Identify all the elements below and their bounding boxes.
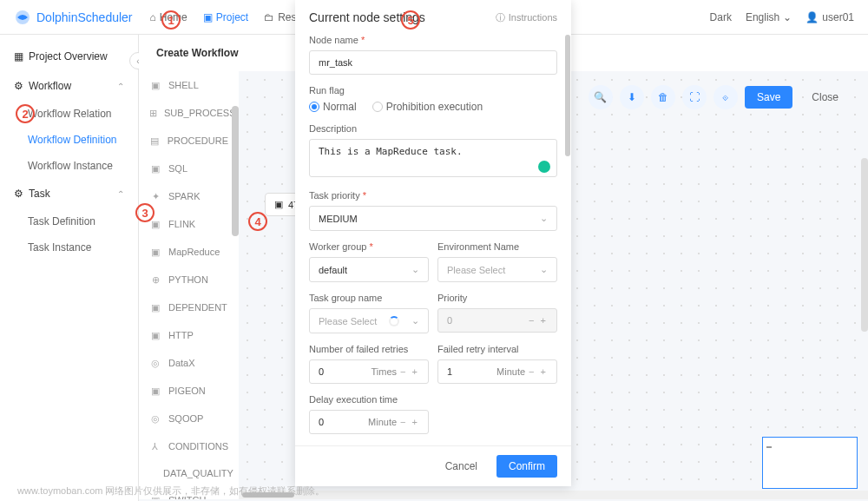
- retry-interval-input[interactable]: 1Minute− +: [437, 359, 557, 384]
- brand-text: DolphinScheduler: [36, 10, 133, 24]
- failed-retries-label: Number of failed retries: [309, 344, 429, 354]
- run-flag-normal[interactable]: Normal: [309, 101, 357, 113]
- delay-input[interactable]: 0Minute− +: [309, 410, 429, 434]
- task-type-datax[interactable]: ◎DataX: [139, 349, 239, 377]
- datax-icon: ◎: [149, 357, 161, 369]
- task-priority-label: Task priority: [309, 190, 557, 201]
- stepper-icon[interactable]: − +: [529, 366, 548, 377]
- env-name-label: Environment Name: [437, 241, 557, 252]
- home-icon: ⌂: [150, 11, 156, 23]
- sidebar-item-workflow-relation[interactable]: Workflow Relation: [0, 101, 138, 127]
- conditions-icon: ⅄: [149, 440, 161, 452]
- procedure-icon: ▤: [149, 135, 161, 147]
- task-type-http[interactable]: ▣HTTP: [139, 321, 239, 349]
- confirm-button[interactable]: Confirm: [496, 455, 557, 478]
- download-button[interactable]: ⬇: [620, 85, 644, 109]
- task-type-sqoop[interactable]: ◎SQOOP: [139, 405, 239, 432]
- sidebar-item-workflow[interactable]: ⚙Workflow: [0, 71, 138, 101]
- modal-footer: Cancel Confirm: [295, 445, 571, 486]
- canvas-scroll-h[interactable]: [239, 491, 868, 499]
- failed-retries-input[interactable]: 0Times− +: [309, 359, 429, 384]
- fullscreen-button[interactable]: ⛶: [682, 85, 707, 109]
- logo-icon: [14, 9, 31, 26]
- canvas-scroll-v[interactable]: [861, 158, 868, 332]
- loading-icon: [389, 316, 399, 326]
- format-button[interactable]: ⟐: [713, 85, 738, 109]
- task-type-sql[interactable]: ▣SQL: [139, 155, 239, 182]
- worker-group-select[interactable]: default: [309, 257, 429, 282]
- sidebar-item-overview[interactable]: ▦Project Overview: [0, 42, 138, 71]
- modal-scrollbar[interactable]: [564, 35, 571, 460]
- minimap[interactable]: [762, 437, 858, 489]
- run-flag-label: Run flag: [309, 85, 557, 96]
- sidebar: ‹ ▦Project Overview ⚙Workflow Workflow R…: [0, 35, 139, 501]
- lang-select[interactable]: English ⌄: [746, 11, 792, 23]
- stepper-icon[interactable]: − +: [400, 366, 419, 377]
- radio-dot-icon: [372, 102, 383, 112]
- sidebar-item-workflow-definition[interactable]: Workflow Definition: [0, 127, 138, 153]
- task-type-flink[interactable]: ▣FLINK: [139, 210, 239, 238]
- description-label: Description: [309, 123, 557, 134]
- node-settings-modal: Current node settings ⓘInstructions Node…: [295, 0, 571, 486]
- stepper-icon[interactable]: − +: [400, 417, 419, 427]
- task-list-scrollbar[interactable]: [232, 106, 239, 236]
- sqoop-icon: ◎: [149, 412, 161, 425]
- sql-icon: ▣: [149, 162, 161, 175]
- task-type-spark[interactable]: ✦SPARK: [139, 182, 239, 210]
- sidebar-item-task-instance[interactable]: Task Instance: [0, 234, 138, 260]
- task-priority-select[interactable]: MEDIUM: [309, 206, 557, 231]
- dashboard-icon: ▦: [14, 50, 23, 63]
- sidebar-item-task-definition[interactable]: Task Definition: [0, 208, 138, 234]
- task-type-dataquality[interactable]: DATA_QUALITY: [139, 460, 239, 486]
- sidebar-item-task[interactable]: ⚙Task: [0, 179, 138, 208]
- delete-button[interactable]: 🗑: [651, 85, 675, 109]
- save-button[interactable]: Save: [745, 86, 792, 109]
- run-flag-prohibit[interactable]: Prohibition execution: [372, 101, 483, 113]
- cancel-button[interactable]: Cancel: [433, 455, 490, 478]
- radio-dot-icon: [309, 102, 319, 112]
- task-group-select[interactable]: Please Select: [309, 308, 429, 333]
- mapreduce-icon: ▣: [149, 246, 161, 258]
- task-type-dependent[interactable]: ▣DEPENDENT: [139, 293, 239, 321]
- task-type-mapreduce[interactable]: ▣MapReduce: [139, 238, 239, 266]
- folder-icon: 🗀: [264, 11, 274, 23]
- description-input[interactable]: This is a MapReduce task.: [309, 139, 557, 177]
- user-menu[interactable]: 👤user01: [806, 11, 854, 23]
- retry-interval-label: Failed retry interval: [437, 344, 557, 354]
- user-icon: 👤: [806, 11, 819, 23]
- nav-project[interactable]: ▣Project: [203, 11, 248, 23]
- subprocess-icon: ⊞: [149, 107, 157, 119]
- nav-home[interactable]: ⌂Home: [150, 11, 187, 23]
- task-type-palette: ▣SHELL ⊞SUB_PROCESS ▤PROCEDURE ▣SQL ✦SPA…: [139, 71, 239, 499]
- task-type-pigeon[interactable]: ▣PIGEON: [139, 377, 239, 405]
- theme-toggle[interactable]: Dark: [710, 11, 732, 23]
- task-type-python[interactable]: ⊕PYTHON: [139, 266, 239, 293]
- logo: DolphinScheduler: [14, 9, 133, 26]
- search-button[interactable]: 🔍: [589, 85, 613, 109]
- delay-label: Delay execution time: [309, 394, 429, 405]
- canvas-toolbar: 🔍 ⬇ 🗑 ⛶ ⟐ Save Close: [589, 85, 851, 109]
- watermark: www.toymoban.com 网络图片仅供展示，非存储，如有侵权请联系删除。: [17, 485, 325, 498]
- shell-icon: ▣: [149, 79, 161, 91]
- workflow-icon: ⚙: [14, 80, 23, 92]
- task-type-shell[interactable]: ▣SHELL: [139, 71, 239, 99]
- http-icon: ▣: [149, 329, 161, 341]
- env-name-select[interactable]: Please Select: [437, 257, 557, 282]
- task-type-conditions[interactable]: ⅄CONDITIONS: [139, 432, 239, 460]
- python-icon: ⊕: [149, 274, 161, 286]
- sidebar-item-workflow-instance[interactable]: Workflow Instance: [0, 153, 138, 179]
- task-type-procedure[interactable]: ▤PROCEDURE: [139, 127, 239, 155]
- close-button[interactable]: Close: [799, 86, 851, 109]
- dependent-icon: ▣: [149, 301, 161, 313]
- priority-label: Priority: [437, 293, 557, 303]
- instructions-link[interactable]: ⓘInstructions: [496, 11, 557, 24]
- modal-header: Current node settings ⓘInstructions: [295, 0, 571, 35]
- node-name-input[interactable]: [309, 50, 557, 75]
- node-name-label: Node name: [309, 35, 557, 45]
- node-icon: ▣: [274, 199, 283, 210]
- worker-group-label: Worker group: [309, 241, 429, 252]
- stepper-icon: − +: [529, 315, 548, 326]
- grammarly-icon: [538, 161, 550, 173]
- folder-icon: ▣: [203, 11, 213, 23]
- task-type-subprocess[interactable]: ⊞SUB_PROCESS: [139, 99, 239, 127]
